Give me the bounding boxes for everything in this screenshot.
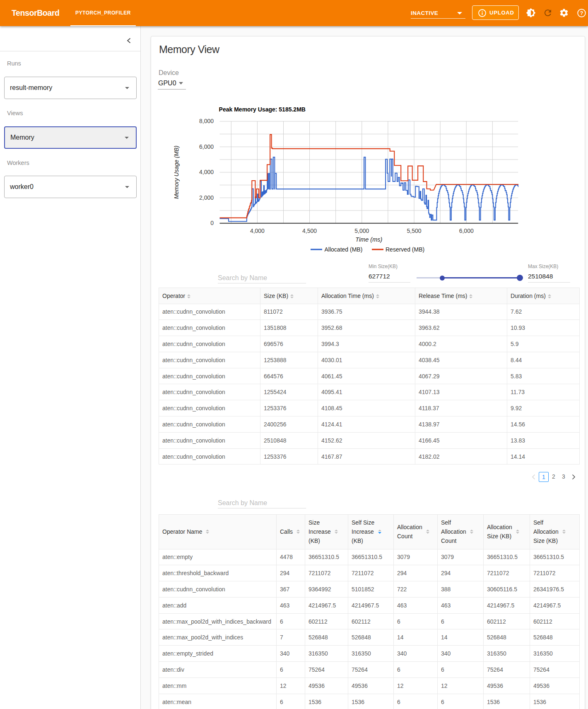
svg-text:Time (ms): Time (ms)	[355, 236, 382, 243]
svg-text:2,000: 2,000	[199, 194, 214, 201]
svg-text:8,000: 8,000	[199, 118, 214, 124]
svg-text:6,000: 6,000	[459, 227, 474, 234]
svg-text:5,000: 5,000	[354, 227, 369, 234]
svg-text:6,000: 6,000	[199, 143, 214, 150]
svg-text:4,000: 4,000	[199, 169, 214, 175]
svg-text:4,500: 4,500	[302, 227, 317, 234]
svg-text:4,000: 4,000	[250, 227, 265, 234]
svg-text:Memory Usage (MB): Memory Usage (MB)	[174, 145, 180, 199]
svg-text:5,500: 5,500	[407, 227, 421, 234]
svg-text:?: ?	[580, 10, 583, 16]
svg-text:Peak Memory Usage: 5185.2MB: Peak Memory Usage: 5185.2MB	[219, 106, 306, 113]
svg-text:Allocated (MB): Allocated (MB)	[325, 246, 363, 253]
svg-text:0: 0	[210, 220, 214, 226]
svg-text:Reserved (MB): Reserved (MB)	[386, 246, 424, 253]
